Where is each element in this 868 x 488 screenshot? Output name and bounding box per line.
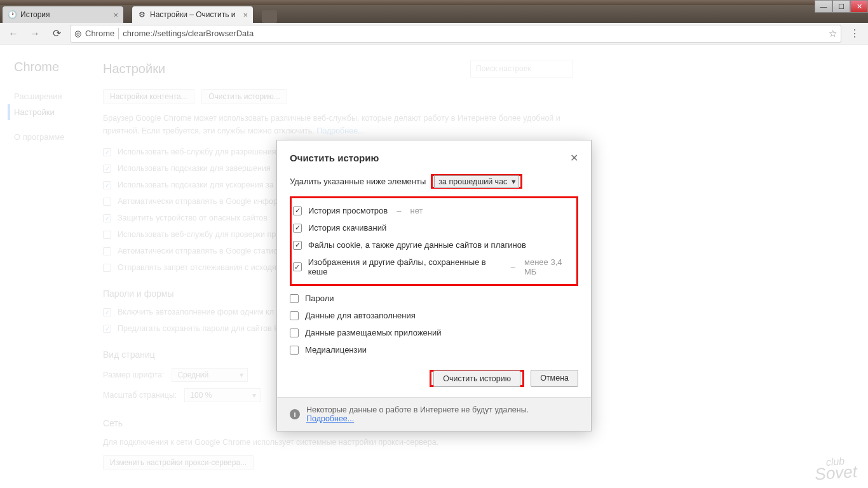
footer-more-link[interactable]: Подробнее... <box>306 414 354 423</box>
window-minimize-button[interactable]: — <box>815 0 832 13</box>
option-label: Медиалицензии <box>305 345 367 355</box>
checkbox[interactable] <box>290 329 299 337</box>
browser-tab-history[interactable]: 🕑 История × <box>3 6 123 23</box>
window-close-button[interactable]: ✕ <box>850 0 868 13</box>
page-icon: ◎ <box>74 29 81 38</box>
url-origin: Chrome <box>85 29 114 38</box>
option-label: Данные размещаемых приложений <box>305 328 442 337</box>
cancel-button[interactable]: Отмена <box>531 370 578 387</box>
option-label: История скачиваний <box>308 223 386 233</box>
back-button[interactable]: ← <box>5 25 22 42</box>
new-tab-button[interactable] <box>262 10 277 23</box>
clear-data-option[interactable]: Изображения и другие файлы, сохраненные … <box>293 254 575 280</box>
info-icon: i <box>290 409 300 419</box>
clear-data-option[interactable]: Данные размещаемых приложений <box>290 324 578 341</box>
checkbox[interactable] <box>290 346 299 355</box>
clear-data-button[interactable]: Очистить историю <box>433 370 520 387</box>
browser-tab-settings[interactable]: ⚙ Настройки – Очистить и × <box>132 6 253 23</box>
checkbox[interactable] <box>293 224 302 233</box>
tab-strip: 🕑 История × ⚙ Настройки – Очистить и × <box>0 5 868 23</box>
clear-data-option[interactable]: Пароли <box>290 290 578 307</box>
tab-label: Настройки – Очистить и <box>150 10 235 19</box>
option-label: Изображения и другие файлы, сохраненные … <box>308 257 502 276</box>
dialog-title: Очистить историю <box>290 152 570 163</box>
option-label: Данные для автозаполнения <box>305 311 416 320</box>
checkbox[interactable] <box>293 262 302 271</box>
clear-data-option[interactable]: История скачиваний <box>293 219 575 236</box>
dialog-close-button[interactable]: ✕ <box>570 152 578 164</box>
checkbox[interactable] <box>290 294 299 303</box>
checkbox[interactable] <box>293 241 302 250</box>
checkbox[interactable] <box>290 311 299 320</box>
tab-label: История <box>20 10 50 19</box>
option-detail: менее 3,4 МБ <box>524 257 575 276</box>
clear-browsing-data-dialog: Очистить историю ✕ Удалить указанные ниж… <box>276 140 592 431</box>
clear-data-option[interactable]: Медиалицензии <box>290 341 578 358</box>
forward-button[interactable]: → <box>27 25 43 42</box>
bookmark-star-icon[interactable]: ☆ <box>829 28 837 39</box>
option-label: История просмотров <box>308 206 388 215</box>
clear-data-option[interactable]: Файлы cookie, а также другие данные сайт… <box>293 236 575 254</box>
browser-toolbar: ← → ⟳ ◎ Chrome chrome://settings/clearBr… <box>0 23 868 44</box>
checkbox[interactable] <box>293 207 302 215</box>
time-range-select[interactable]: за прошедший час <box>434 175 519 188</box>
clear-data-option[interactable]: История просмотров–нет <box>293 202 575 219</box>
close-icon[interactable]: × <box>113 10 118 20</box>
footer-text: Некоторые данные о работе в Интернете не… <box>306 405 529 414</box>
close-icon[interactable]: × <box>243 10 248 20</box>
option-label: Пароли <box>305 294 334 303</box>
browser-menu-button[interactable]: ⋮ <box>846 27 863 39</box>
watermark: club Sovet <box>813 457 857 482</box>
window-maximize-button[interactable]: ☐ <box>832 0 850 13</box>
clock-icon: 🕑 <box>8 10 17 19</box>
url-path: chrome://settings/clearBrowserData <box>123 29 254 38</box>
reload-button[interactable]: ⟳ <box>48 25 65 42</box>
gear-icon: ⚙ <box>137 10 146 19</box>
option-detail: нет <box>410 206 423 215</box>
clear-data-option[interactable]: Данные для автозаполнения <box>290 307 578 324</box>
window-titlebar: — ☐ ✕ <box>0 0 868 5</box>
option-label: Файлы cookie, а также другие данные сайт… <box>308 240 526 250</box>
time-range-label: Удалить указанные ниже элементы <box>290 177 426 186</box>
address-bar[interactable]: ◎ Chrome chrome://settings/clearBrowserD… <box>70 25 841 43</box>
